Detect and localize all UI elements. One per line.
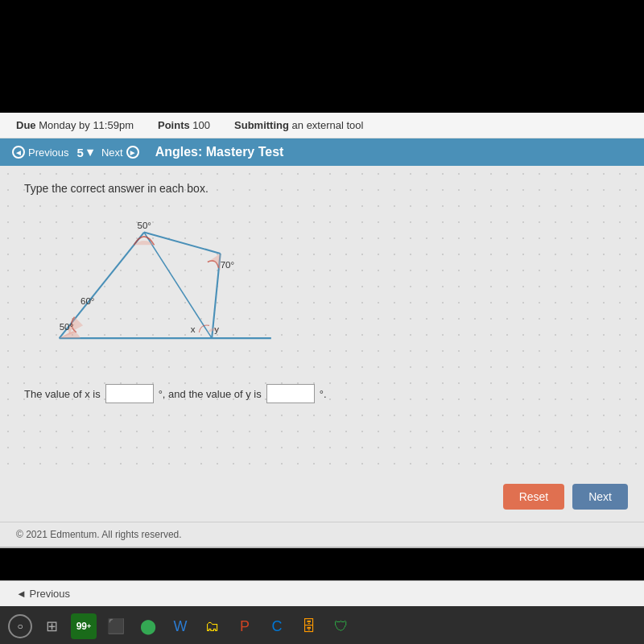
- bottom-previous-label: ◄ Previous: [16, 588, 70, 600]
- bottom-previous-button[interactable]: ◄ Previous: [16, 588, 70, 600]
- taskbar-edge[interactable]: C: [264, 613, 290, 639]
- svg-text:x: x: [191, 324, 196, 334]
- taskbar-search[interactable]: ⊞: [39, 613, 64, 639]
- svg-text:70°: 70°: [221, 260, 235, 270]
- question-instruction: Type the correct answer in each box.: [24, 182, 620, 195]
- taskbar: ○ ⊞ 99 + ⬛ ⬤ W 🗂 P C 🗄 🛡: [0, 606, 644, 644]
- bottom-black-area: [0, 548, 644, 580]
- navigation-bar: ◄ Previous 5 ▾ Next ► Angles: Mastery Te…: [0, 138, 644, 166]
- y-input[interactable]: [266, 384, 315, 403]
- footer: © 2021 Edmentum. All rights reserved.: [0, 522, 644, 547]
- taskbar-app-badge[interactable]: 99 +: [71, 613, 97, 639]
- next-label-nav: Next: [101, 147, 123, 159]
- reset-button[interactable]: Reset: [503, 484, 565, 510]
- next-button-nav[interactable]: Next ►: [101, 146, 139, 159]
- svg-text:50°: 50°: [138, 221, 152, 230]
- taskbar-security[interactable]: 🛡: [328, 613, 354, 639]
- bottom-nav-bar: ◄ Previous: [0, 580, 644, 606]
- answer-row: The value of x is °, and the value of y …: [24, 384, 620, 403]
- dropdown-icon: ▾: [87, 145, 93, 159]
- question-number[interactable]: 5 ▾: [77, 145, 93, 159]
- next-button-main[interactable]: Next: [572, 484, 628, 510]
- page-title: Angles: Mastery Test: [155, 145, 284, 159]
- answer-text-3: °.: [320, 388, 327, 400]
- next-icon: ►: [126, 146, 139, 159]
- taskbar-folder[interactable]: 🗂: [200, 613, 225, 639]
- answer-text-2: °, and the value of y is: [159, 388, 262, 400]
- taskbar-left: ○ ⊞ 99 + ⬛ ⬤ W 🗂 P C 🗄 🛡: [8, 613, 354, 639]
- top-black-area: [0, 0, 644, 113]
- svg-text:y: y: [214, 324, 219, 334]
- taskbar-files[interactable]: 🗄: [296, 613, 322, 639]
- copyright-text: © 2021 Edmentum. All rights reserved.: [16, 529, 182, 540]
- taskbar-powerpoint[interactable]: P: [232, 613, 258, 639]
- answer-text-1: The value of x is: [24, 388, 101, 400]
- due-info: Due Monday by 11:59pm: [16, 119, 134, 131]
- points-info: Points 100: [158, 119, 210, 131]
- x-input[interactable]: [105, 384, 154, 403]
- taskbar-chrome[interactable]: ⬤: [135, 613, 161, 639]
- geometry-diagram: 50° 60° 70° 50° x y: [32, 207, 290, 368]
- submitting-info: Submitting an external tool: [234, 119, 363, 131]
- taskbar-office[interactable]: ⬛: [103, 613, 129, 639]
- due-bar: Due Monday by 11:59pm Points 100 Submitt…: [0, 113, 644, 138]
- taskbar-word[interactable]: W: [167, 613, 193, 639]
- button-row: Reset Next: [0, 472, 644, 522]
- previous-button[interactable]: ◄ Previous: [12, 146, 69, 159]
- main-content: Type the correct answer in each box.: [0, 166, 644, 472]
- previous-icon: ◄: [12, 146, 25, 159]
- svg-text:50°: 50°: [60, 322, 74, 332]
- windows-button[interactable]: ○: [8, 614, 32, 638]
- previous-label: Previous: [28, 147, 69, 159]
- svg-text:60°: 60°: [80, 296, 95, 306]
